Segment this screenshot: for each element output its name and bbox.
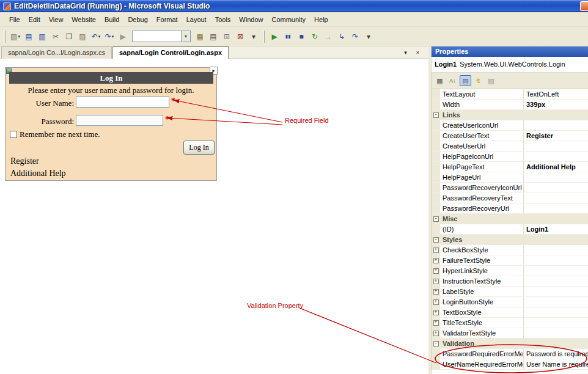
object-selector[interactable]: Login1System.Web.UI.WebControls.Login: [432, 57, 588, 73]
navigate-button[interactable]: ▶: [116, 30, 130, 43]
categorized-button[interactable]: ▦: [434, 75, 446, 86]
property-row-titletextstyle[interactable]: +TitleTextStyle: [432, 318, 588, 328]
login-button[interactable]: Log In: [183, 141, 215, 155]
property-row-usernamerequirederrormes[interactable]: UserNameRequiredErrorMesUser Name is req…: [432, 359, 588, 370]
copy-button[interactable]: ❐: [62, 30, 76, 43]
property-category-misc[interactable]: -Misc: [432, 214, 588, 224]
property-row-helppageiconurl[interactable]: HelpPageIconUrl: [432, 152, 588, 162]
solution-explorer-button[interactable]: ▦: [193, 30, 207, 43]
combo-dropdown-icon[interactable]: ▾: [181, 31, 190, 42]
password-input[interactable]: [76, 115, 163, 126]
property-value[interactable]: [524, 297, 588, 307]
menu-item-file[interactable]: File: [5, 13, 24, 26]
collapse-box-icon[interactable]: -: [432, 235, 440, 244]
debug-continue-button[interactable]: ▶: [268, 30, 281, 43]
undo-button[interactable]: ↶▾: [89, 30, 103, 43]
expand-box-icon[interactable]: +: [432, 318, 440, 328]
expand-box-icon[interactable]: +: [432, 266, 440, 276]
tab-close-icon[interactable]: ×: [413, 48, 422, 57]
property-category-links[interactable]: -Links: [432, 110, 588, 120]
property-value[interactable]: [524, 287, 588, 296]
expand-box-icon[interactable]: +: [432, 287, 440, 296]
solution-configurations-combobox[interactable]: ▾: [132, 31, 191, 42]
step-into-button[interactable]: ↳: [335, 30, 348, 43]
property-value[interactable]: [524, 255, 588, 265]
property-value[interactable]: [524, 307, 588, 317]
property-value[interactable]: [524, 193, 588, 203]
property-value[interactable]: Additional Help: [524, 162, 588, 172]
redo-button[interactable]: ↷▾: [103, 30, 116, 43]
register-link[interactable]: Register: [10, 156, 39, 166]
property-row-textlayout[interactable]: TextLayoutTextOnLeft: [432, 89, 588, 100]
toolbox-button[interactable]: ⊞: [220, 30, 233, 43]
additional-help-link[interactable]: Additional Help: [10, 169, 66, 178]
property-row-loginbuttonstyle[interactable]: +LoginButtonStyle: [432, 297, 588, 307]
property-value[interactable]: Login1: [524, 224, 588, 234]
property-category-validation[interactable]: -Validation: [432, 339, 588, 349]
properties-window-button[interactable]: ▤: [207, 30, 220, 43]
property-row-passwordrecoverytext[interactable]: PasswordRecoveryText: [432, 193, 588, 204]
expand-box-icon[interactable]: +: [432, 276, 440, 286]
error-list-button[interactable]: ⊠: [233, 30, 247, 43]
properties-header[interactable]: Properties: [432, 46, 588, 57]
menu-item-view[interactable]: View: [45, 13, 68, 26]
menu-item-format[interactable]: Format: [152, 13, 182, 26]
property-row-helppagetext[interactable]: HelpPageTextAdditional Help: [432, 162, 588, 172]
other-windows-button[interactable]: ▾: [247, 30, 260, 43]
tab-sapna-login-control-login-aspx[interactable]: sapna/Login Control/Login.aspx: [112, 46, 229, 59]
menu-item-build[interactable]: Build: [100, 13, 123, 26]
tab-sapna-login-co-l-login-aspx-cs[interactable]: sapna/Login Co...l/Login.aspx.cs: [1, 46, 112, 59]
alphabetical-button[interactable]: A↓: [447, 75, 458, 86]
property-row-createusertext[interactable]: CreateUserTextRegister: [432, 131, 588, 141]
cut-button[interactable]: ✂: [49, 30, 62, 43]
menu-item-community[interactable]: Community: [267, 13, 310, 26]
collapse-box-icon[interactable]: -: [432, 110, 440, 120]
menu-item-edit[interactable]: Edit: [24, 13, 45, 26]
property-row-width[interactable]: Width339px: [432, 100, 588, 110]
property-value[interactable]: [524, 204, 588, 213]
tab-list-dropdown-icon[interactable]: ▾: [401, 48, 410, 57]
expand-box-icon[interactable]: +: [432, 245, 440, 255]
menu-item-help[interactable]: Help: [310, 13, 333, 26]
property-row-failuretextstyle[interactable]: +FailureTextStyle: [432, 255, 588, 266]
close-button[interactable]: [580, 1, 588, 11]
property-row-textboxstyle[interactable]: +TextBoxStyle: [432, 307, 588, 318]
menu-item-tools[interactable]: Tools: [211, 13, 235, 26]
properties-view-button[interactable]: ▤: [460, 75, 471, 86]
property-value[interactable]: [524, 318, 588, 328]
property-value[interactable]: [524, 120, 588, 130]
property-value[interactable]: [524, 141, 588, 151]
property-value[interactable]: [524, 276, 588, 286]
collapse-box-icon[interactable]: -: [432, 214, 440, 224]
menu-item-website[interactable]: Website: [67, 13, 100, 26]
property-row-labelstyle[interactable]: +LabelStyle: [432, 287, 588, 297]
property-value[interactable]: [524, 183, 588, 193]
events-button[interactable]: ↯: [472, 75, 484, 86]
property-row-checkboxstyle[interactable]: +CheckBoxStyle: [432, 245, 588, 255]
break-all-button[interactable]: ▮▮: [281, 30, 295, 43]
collapse-box-icon[interactable]: -: [432, 339, 440, 348]
property-row-hyperlinkstyle[interactable]: +HyperLinkStyle: [432, 266, 588, 276]
property-row-passwordrequirederrormes[interactable]: PasswordRequiredErrorMesPassword is requ…: [432, 349, 588, 359]
property-row-id[interactable]: (ID)Login1: [432, 224, 588, 235]
property-row-validatortextstyle[interactable]: +ValidatorTextStyle: [432, 328, 588, 339]
menu-item-layout[interactable]: Layout: [182, 13, 211, 26]
restart-button[interactable]: ↻: [308, 30, 322, 43]
remember-me-checkbox[interactable]: [10, 131, 17, 138]
property-value[interactable]: Password is required.: [524, 349, 588, 359]
property-value[interactable]: [524, 328, 588, 338]
property-row-helppageurl[interactable]: HelpPageUrl: [432, 172, 588, 183]
property-row-createuserurl[interactable]: CreateUserUrl: [432, 141, 588, 152]
username-input[interactable]: [76, 97, 169, 108]
step-over-button[interactable]: ↷: [348, 30, 362, 43]
save-button[interactable]: ▤: [22, 30, 35, 43]
property-value[interactable]: [524, 152, 588, 161]
property-category-styles[interactable]: -Styles: [432, 235, 588, 245]
property-pages-button[interactable]: ▧: [485, 75, 497, 86]
property-row-passwordrecoveryiconurl[interactable]: PasswordRecoveryIconUrl: [432, 183, 588, 193]
property-value[interactable]: TextOnLeft: [524, 89, 588, 99]
property-value[interactable]: User Name is required: [524, 359, 588, 369]
property-value[interactable]: [524, 266, 588, 276]
show-next-statement-button[interactable]: →: [322, 30, 335, 43]
property-value[interactable]: 339px: [524, 100, 588, 109]
